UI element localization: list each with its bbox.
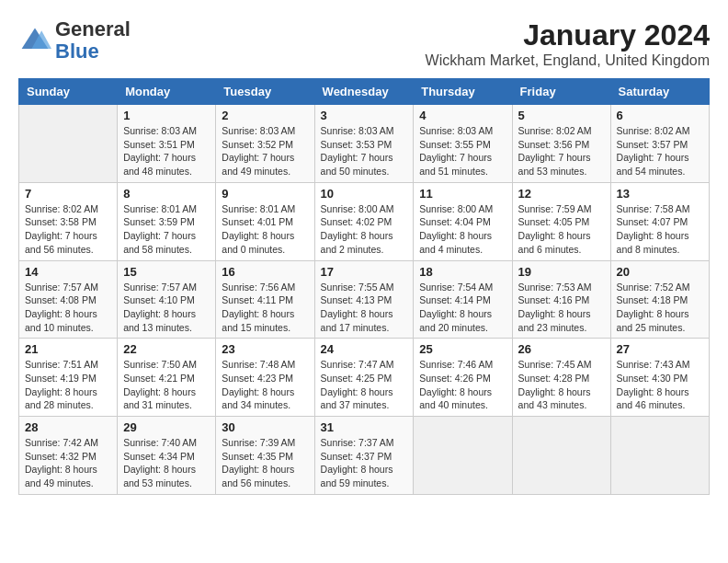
calendar-cell: 7Sunrise: 8:02 AMSunset: 3:58 PMDaylight… (19, 182, 118, 260)
column-header-thursday: Thursday (414, 79, 512, 105)
day-info: Sunrise: 7:56 AMSunset: 4:11 PMDaylight:… (222, 281, 308, 335)
day-number: 7 (25, 187, 111, 201)
calendar-cell: 24Sunrise: 7:47 AMSunset: 4:25 PMDayligh… (314, 339, 414, 417)
day-info: Sunrise: 8:03 AMSunset: 3:53 PMDaylight:… (321, 124, 408, 178)
day-info: Sunrise: 7:58 AMSunset: 4:07 PMDaylight:… (617, 202, 703, 257)
calendar-cell: 6Sunrise: 8:02 AMSunset: 3:57 PMDaylight… (610, 105, 709, 183)
day-number: 1 (123, 109, 210, 122)
title-area: January 2024 Wickham Market, England, Un… (426, 18, 710, 69)
day-info: Sunrise: 8:01 AMSunset: 4:01 PMDaylight:… (222, 202, 308, 257)
day-number: 29 (123, 420, 210, 434)
calendar-cell: 2Sunrise: 8:03 AMSunset: 3:52 PMDaylight… (216, 105, 314, 183)
column-header-saturday: Saturday (610, 79, 709, 105)
day-number: 17 (321, 265, 408, 279)
calendar-cell: 22Sunrise: 7:50 AMSunset: 4:21 PMDayligh… (118, 339, 216, 417)
calendar-cell: 10Sunrise: 8:00 AMSunset: 4:02 PMDayligh… (314, 182, 414, 260)
calendar-subtitle: Wickham Market, England, United Kingdom (426, 52, 710, 69)
day-number: 13 (617, 187, 703, 201)
day-info: Sunrise: 7:53 AMSunset: 4:16 PMDaylight:… (518, 281, 605, 335)
column-header-wednesday: Wednesday (314, 79, 414, 105)
day-info: Sunrise: 7:51 AMSunset: 4:19 PMDaylight:… (25, 358, 111, 412)
day-number: 26 (518, 342, 605, 356)
logo: General Blue (18, 18, 131, 63)
calendar-cell: 28Sunrise: 7:42 AMSunset: 4:32 PMDayligh… (19, 417, 118, 495)
day-number: 2 (222, 109, 308, 122)
day-number: 15 (123, 265, 210, 279)
day-info: Sunrise: 8:00 AMSunset: 4:04 PMDaylight:… (419, 202, 506, 257)
day-info: Sunrise: 8:00 AMSunset: 4:02 PMDaylight:… (321, 202, 408, 257)
calendar-cell: 17Sunrise: 7:55 AMSunset: 4:13 PMDayligh… (314, 260, 414, 339)
calendar-cell: 4Sunrise: 8:03 AMSunset: 3:55 PMDaylight… (414, 105, 512, 183)
calendar-week-row: 1Sunrise: 8:03 AMSunset: 3:51 PMDaylight… (19, 105, 710, 183)
calendar-cell (414, 417, 512, 495)
day-info: Sunrise: 8:03 AMSunset: 3:52 PMDaylight:… (222, 124, 308, 178)
day-number: 5 (518, 109, 605, 122)
calendar-title: January 2024 (426, 18, 710, 52)
calendar-cell: 8Sunrise: 8:01 AMSunset: 3:59 PMDaylight… (118, 182, 216, 260)
day-number: 4 (419, 109, 506, 122)
calendar-cell: 30Sunrise: 7:39 AMSunset: 4:35 PMDayligh… (216, 417, 314, 495)
calendar-cell: 31Sunrise: 7:37 AMSunset: 4:37 PMDayligh… (314, 417, 414, 495)
day-info: Sunrise: 7:52 AMSunset: 4:18 PMDaylight:… (617, 281, 703, 335)
calendar-cell: 1Sunrise: 8:03 AMSunset: 3:51 PMDaylight… (118, 105, 216, 183)
day-info: Sunrise: 7:42 AMSunset: 4:32 PMDaylight:… (25, 436, 111, 490)
day-info: Sunrise: 7:54 AMSunset: 4:14 PMDaylight:… (419, 281, 506, 335)
day-number: 3 (321, 109, 408, 122)
day-number: 8 (123, 187, 210, 201)
calendar-cell (610, 417, 709, 495)
calendar-cell: 18Sunrise: 7:54 AMSunset: 4:14 PMDayligh… (414, 260, 512, 339)
day-number: 16 (222, 265, 308, 279)
day-number: 9 (222, 187, 308, 201)
day-info: Sunrise: 8:02 AMSunset: 3:58 PMDaylight:… (25, 202, 111, 257)
day-number: 12 (518, 187, 605, 201)
logo-blue: Blue (55, 40, 99, 63)
calendar-cell: 21Sunrise: 7:51 AMSunset: 4:19 PMDayligh… (19, 339, 118, 417)
calendar-cell: 3Sunrise: 8:03 AMSunset: 3:53 PMDaylight… (314, 105, 414, 183)
day-info: Sunrise: 8:03 AMSunset: 3:51 PMDaylight:… (123, 124, 210, 178)
day-number: 22 (123, 342, 210, 356)
calendar-cell: 13Sunrise: 7:58 AMSunset: 4:07 PMDayligh… (610, 182, 709, 260)
day-info: Sunrise: 7:37 AMSunset: 4:37 PMDaylight:… (321, 436, 408, 490)
calendar-cell: 16Sunrise: 7:56 AMSunset: 4:11 PMDayligh… (216, 260, 314, 339)
calendar-cell: 11Sunrise: 8:00 AMSunset: 4:04 PMDayligh… (414, 182, 512, 260)
day-info: Sunrise: 7:50 AMSunset: 4:21 PMDaylight:… (123, 358, 210, 412)
calendar-cell: 12Sunrise: 7:59 AMSunset: 4:05 PMDayligh… (512, 182, 610, 260)
calendar-cell: 25Sunrise: 7:46 AMSunset: 4:26 PMDayligh… (414, 339, 512, 417)
calendar-cell: 29Sunrise: 7:40 AMSunset: 4:34 PMDayligh… (118, 417, 216, 495)
logo-icon (18, 24, 51, 57)
day-number: 31 (321, 420, 408, 434)
column-header-tuesday: Tuesday (216, 79, 314, 105)
day-info: Sunrise: 7:59 AMSunset: 4:05 PMDaylight:… (518, 202, 605, 257)
calendar-cell: 5Sunrise: 8:02 AMSunset: 3:56 PMDaylight… (512, 105, 610, 183)
calendar-cell: 27Sunrise: 7:43 AMSunset: 4:30 PMDayligh… (610, 339, 709, 417)
calendar-cell: 15Sunrise: 7:57 AMSunset: 4:10 PMDayligh… (118, 260, 216, 339)
calendar-cell: 20Sunrise: 7:52 AMSunset: 4:18 PMDayligh… (610, 260, 709, 339)
column-header-monday: Monday (118, 79, 216, 105)
calendar-header-row: SundayMondayTuesdayWednesdayThursdayFrid… (19, 79, 710, 105)
day-info: Sunrise: 7:47 AMSunset: 4:25 PMDaylight:… (321, 358, 408, 412)
calendar-week-row: 14Sunrise: 7:57 AMSunset: 4:08 PMDayligh… (19, 260, 710, 339)
page-header: General Blue January 2024 Wickham Market… (18, 18, 710, 69)
calendar-cell: 9Sunrise: 8:01 AMSunset: 4:01 PMDaylight… (216, 182, 314, 260)
day-number: 10 (321, 187, 408, 201)
calendar-week-row: 21Sunrise: 7:51 AMSunset: 4:19 PMDayligh… (19, 339, 710, 417)
day-info: Sunrise: 8:02 AMSunset: 3:57 PMDaylight:… (617, 124, 703, 178)
calendar-cell (512, 417, 610, 495)
calendar-cell: 26Sunrise: 7:45 AMSunset: 4:28 PMDayligh… (512, 339, 610, 417)
day-info: Sunrise: 7:57 AMSunset: 4:10 PMDaylight:… (123, 281, 210, 335)
day-number: 30 (222, 420, 308, 434)
calendar-table: SundayMondayTuesdayWednesdayThursdayFrid… (18, 78, 710, 495)
day-number: 21 (25, 342, 111, 356)
day-number: 20 (617, 265, 703, 279)
day-number: 19 (518, 265, 605, 279)
day-info: Sunrise: 7:40 AMSunset: 4:34 PMDaylight:… (123, 436, 210, 490)
calendar-cell (19, 105, 118, 183)
calendar-body: 1Sunrise: 8:03 AMSunset: 3:51 PMDaylight… (19, 105, 710, 495)
day-info: Sunrise: 7:43 AMSunset: 4:30 PMDaylight:… (617, 358, 703, 412)
day-number: 27 (617, 342, 703, 356)
calendar-week-row: 28Sunrise: 7:42 AMSunset: 4:32 PMDayligh… (19, 417, 710, 495)
day-number: 23 (222, 342, 308, 356)
day-info: Sunrise: 8:03 AMSunset: 3:55 PMDaylight:… (419, 124, 506, 178)
day-number: 18 (419, 265, 506, 279)
day-number: 25 (419, 342, 506, 356)
